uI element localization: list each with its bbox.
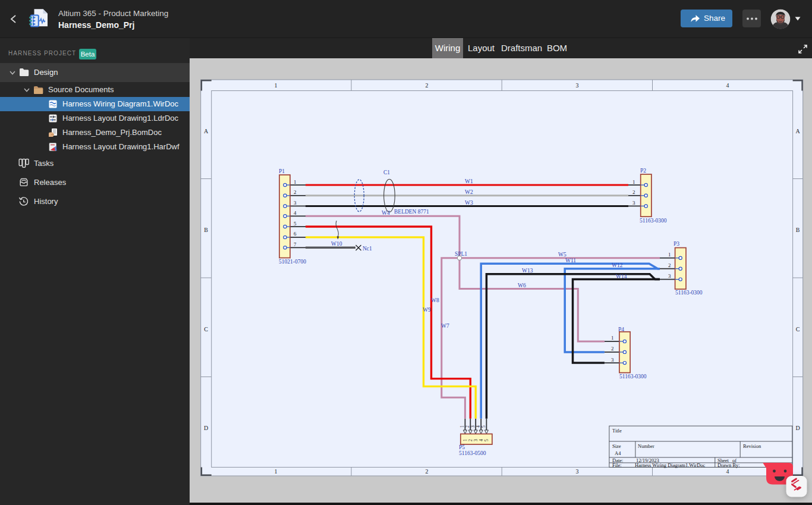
svg-text:W8: W8	[431, 297, 439, 303]
svg-text:W7: W7	[441, 323, 449, 329]
svg-text:W14: W14	[616, 274, 627, 280]
svg-text:1: 1	[275, 82, 278, 89]
svg-text:6: 6	[294, 231, 297, 237]
svg-text:W5: W5	[558, 252, 566, 258]
svg-text:C: C	[204, 326, 208, 333]
svg-text:C: C	[796, 326, 800, 333]
svg-text:A: A	[796, 128, 801, 134]
svg-text:1: 1	[462, 439, 468, 441]
svg-text:W3: W3	[465, 200, 473, 206]
svg-text:5: 5	[294, 221, 297, 227]
svg-text:BELDEN 8771: BELDEN 8771	[394, 209, 429, 215]
svg-text:1: 1	[632, 179, 635, 185]
svg-text:2: 2	[426, 468, 429, 475]
svg-text:W9: W9	[423, 307, 431, 313]
svg-text:3: 3	[294, 200, 297, 206]
svg-text:4: 4	[726, 468, 729, 475]
svg-text:2: 2	[632, 189, 635, 195]
svg-text:Nc1: Nc1	[363, 246, 372, 252]
svg-text:4: 4	[294, 210, 297, 216]
svg-text:3: 3	[611, 357, 614, 363]
svg-text:A: A	[204, 128, 209, 134]
svg-text:5: 5	[484, 439, 489, 441]
svg-text:1: 1	[294, 179, 297, 185]
svg-text:51163-0300: 51163-0300	[640, 218, 667, 224]
svg-text:P3: P3	[673, 241, 679, 247]
svg-text:1: 1	[459, 425, 465, 428]
svg-text:2: 2	[465, 425, 470, 428]
svg-text:B: B	[204, 227, 208, 233]
svg-text:4: 4	[726, 82, 729, 89]
svg-text:Harness Wiring Diagram1.WirDoc: Harness Wiring Diagram1.WirDoc	[635, 462, 706, 468]
svg-text:1: 1	[668, 252, 671, 258]
svg-text:3: 3	[576, 82, 579, 89]
svg-text:File:: File:	[612, 462, 622, 468]
svg-text:3: 3	[576, 468, 579, 475]
svg-text:W13: W13	[522, 268, 533, 274]
svg-text:D: D	[204, 425, 208, 431]
svg-text:2: 2	[294, 189, 297, 195]
svg-text:D: D	[796, 425, 800, 431]
svg-text:W1: W1	[465, 178, 473, 184]
svg-text:W2: W2	[465, 189, 473, 195]
svg-text:2: 2	[611, 346, 614, 352]
svg-text:P5: P5	[459, 444, 465, 450]
svg-text:1: 1	[611, 335, 614, 341]
svg-text:P2: P2	[640, 168, 646, 174]
svg-text:Title: Title	[612, 428, 622, 434]
svg-text:Number: Number	[638, 443, 654, 449]
svg-text:A4: A4	[615, 450, 621, 456]
svg-text:2: 2	[668, 262, 671, 268]
svg-text:W11: W11	[565, 258, 576, 264]
svg-text:3: 3	[668, 273, 671, 279]
svg-text:5: 5	[481, 425, 486, 428]
svg-text:51163-0300: 51163-0300	[619, 374, 647, 379]
svg-text:2: 2	[468, 439, 473, 441]
svg-text:51163-0300: 51163-0300	[675, 290, 703, 296]
svg-text:W10: W10	[331, 241, 342, 247]
svg-text:W6: W6	[518, 283, 526, 288]
svg-text:W4: W4	[382, 210, 390, 216]
svg-text:51021-0700: 51021-0700	[279, 259, 306, 265]
svg-text:Size: Size	[612, 443, 621, 449]
svg-text:3: 3	[470, 425, 476, 428]
svg-text:7: 7	[294, 241, 297, 247]
svg-text:B: B	[796, 227, 800, 233]
svg-text:2: 2	[426, 82, 429, 89]
svg-text:3: 3	[473, 439, 479, 441]
svg-text:51163-0500: 51163-0500	[459, 450, 486, 456]
svg-text:4: 4	[479, 439, 484, 441]
svg-text:W12: W12	[612, 262, 623, 268]
svg-text:1: 1	[275, 468, 278, 475]
svg-text:P4: P4	[618, 327, 624, 333]
svg-text:4: 4	[476, 425, 481, 428]
svg-text:C1: C1	[383, 170, 390, 175]
svg-text:Drawn By:: Drawn By:	[717, 462, 740, 468]
svg-text:SPL1: SPL1	[455, 251, 467, 257]
svg-text:Revision: Revision	[743, 443, 761, 449]
svg-text:P1: P1	[279, 168, 285, 174]
svg-text:3: 3	[632, 200, 635, 206]
